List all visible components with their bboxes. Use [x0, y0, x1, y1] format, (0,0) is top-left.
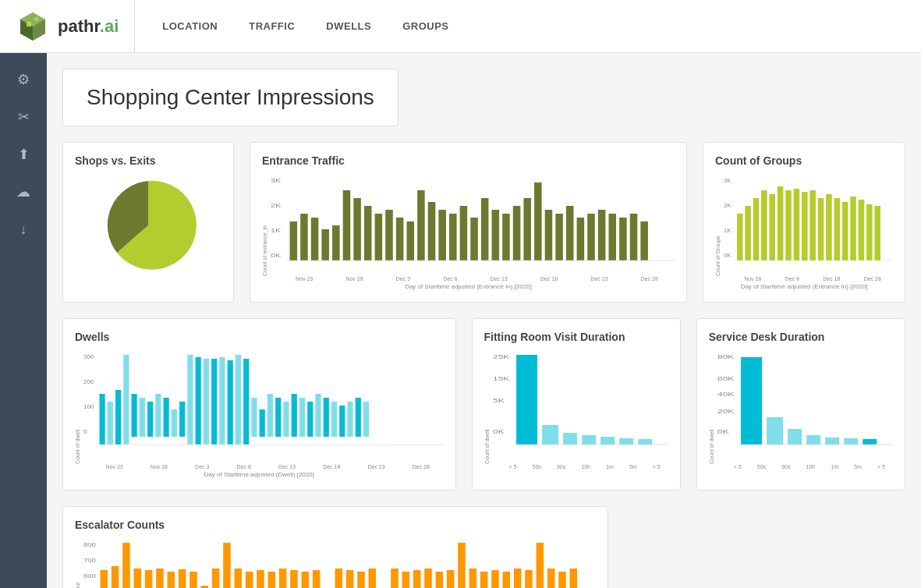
svg-text:3K: 3K	[724, 177, 731, 184]
service-x-ticks: < 550s90s10h1m5m> 5	[726, 464, 893, 469]
svg-rect-65	[866, 204, 873, 260]
entrance-y-label: Count of entrance_in	[262, 175, 267, 276]
logo-area: pathr.ai	[16, 0, 135, 52]
svg-rect-33	[534, 182, 542, 260]
svg-rect-117	[638, 439, 652, 445]
svg-rect-51	[753, 198, 760, 260]
svg-rect-138	[112, 566, 119, 588]
svg-text:1K: 1K	[271, 226, 282, 233]
svg-rect-143	[168, 572, 175, 588]
svg-rect-16	[353, 198, 361, 260]
svg-rect-10	[290, 221, 298, 260]
share-icon[interactable]: ⬆	[12, 143, 34, 165]
svg-rect-79	[155, 394, 161, 437]
svg-rect-42	[630, 214, 638, 260]
svg-rect-155	[302, 572, 310, 588]
fitting-y-label: Count of dwell	[484, 351, 490, 464]
svg-rect-85	[204, 359, 209, 445]
charts-row-2: Dwells Count of dwell 300 200 100 0	[62, 318, 905, 491]
svg-rect-26	[460, 206, 468, 260]
groups-x-label: Day of Starttime adjusted (Entrance In) …	[715, 283, 893, 290]
dashboard-title-box: Shopping Center Impressions	[62, 69, 399, 126]
svg-rect-74	[115, 390, 121, 445]
svg-rect-156	[313, 570, 321, 588]
service-desk-title: Service Desk Duration	[709, 331, 893, 343]
tools-icon[interactable]: ✂	[12, 106, 34, 128]
svg-rect-53	[769, 194, 775, 260]
svg-rect-100	[324, 398, 329, 437]
escalator-chart: 800 700 600 500 0	[83, 539, 596, 588]
svg-text:15K: 15K	[493, 375, 510, 382]
shops-vs-exits-card: Shops vs. Exits	[62, 142, 234, 303]
svg-text:700: 700	[83, 557, 96, 564]
dwells-chart: 300 200 100 0	[83, 351, 444, 456]
svg-rect-139	[122, 543, 130, 588]
svg-rect-173	[503, 572, 511, 588]
escalator-counts-card: Escalator Counts Avg. counts per hour 80…	[62, 506, 608, 588]
svg-rect-150	[246, 572, 253, 588]
svg-rect-34	[545, 210, 553, 260]
svg-rect-149	[235, 569, 243, 588]
svg-rect-171	[480, 572, 488, 588]
nav-dwells[interactable]: DWELLS	[322, 0, 375, 52]
fitting-room-title: Fitting Room Visit Duration	[484, 331, 668, 343]
download-icon[interactable]: ↓	[12, 218, 34, 240]
svg-text:600: 600	[83, 572, 96, 579]
svg-text:300: 300	[83, 353, 94, 360]
svg-rect-96	[292, 394, 297, 437]
svg-text:60K: 60K	[717, 375, 735, 382]
nav-traffic[interactable]: TRAFFIC	[245, 0, 299, 52]
svg-rect-20	[396, 218, 404, 260]
svg-rect-5	[34, 17, 38, 21]
svg-rect-104	[356, 398, 361, 437]
groups-x-ticks: Nov 28 Dec 8 Dec 18 Dec 28	[732, 276, 893, 282]
svg-text:1K: 1K	[724, 227, 731, 234]
svg-rect-12	[311, 218, 319, 260]
svg-rect-177	[547, 569, 555, 588]
shops-vs-exits-title: Shops vs. Exits	[75, 154, 221, 167]
svg-rect-32	[523, 198, 531, 260]
svg-rect-137	[101, 570, 108, 588]
svg-text:100: 100	[83, 403, 94, 410]
count-of-groups-card: Count of Groups Count of Groups 3K 2K 1K…	[703, 142, 905, 303]
count-of-groups-title: Count of Groups	[715, 154, 893, 167]
svg-rect-165	[413, 570, 421, 588]
svg-rect-163	[391, 569, 399, 588]
svg-text:80K: 80K	[717, 353, 735, 360]
svg-rect-154	[290, 570, 298, 588]
service-desk-chart: 80K 60K 40K 20K 0K	[717, 351, 893, 456]
nav-groups[interactable]: GROUPS	[399, 0, 452, 52]
svg-rect-81	[172, 409, 177, 437]
groups-y-label: Count of Groups	[715, 175, 721, 276]
svg-rect-92	[260, 409, 265, 437]
svg-rect-145	[190, 572, 197, 588]
svg-rect-75	[123, 355, 129, 445]
svg-rect-62	[842, 202, 848, 260]
svg-rect-28	[481, 198, 489, 260]
svg-rect-22	[417, 190, 425, 260]
nav-location[interactable]: LOCATION	[158, 0, 221, 52]
svg-rect-50	[745, 206, 751, 260]
main-layout: ⚙ ✂ ⬆ ☁ ↓ Shopping Center Impressions Sh…	[0, 53, 921, 588]
svg-rect-36	[566, 206, 574, 260]
entrance-traffic-card: Entrance Traffic Count of entrance_in 3K…	[250, 142, 687, 303]
svg-rect-152	[268, 572, 276, 588]
pie-chart	[97, 175, 199, 276]
svg-rect-159	[346, 570, 354, 588]
svg-rect-175	[525, 570, 533, 588]
svg-rect-60	[826, 194, 832, 260]
svg-text:0: 0	[83, 428, 87, 435]
entrance-x-ticks: Nov 23 Nov 28 Dec 3 Dec 8 Dec 13 Dec 18 …	[279, 276, 675, 282]
svg-rect-18	[375, 214, 383, 260]
svg-text:0K: 0K	[271, 251, 282, 258]
content-area: Shopping Center Impressions Shops vs. Ex…	[47, 53, 921, 588]
svg-rect-15	[343, 190, 351, 260]
svg-rect-21	[406, 221, 414, 260]
cloud-icon[interactable]: ☁	[12, 181, 34, 203]
svg-rect-98	[307, 402, 313, 437]
svg-rect-142	[156, 569, 164, 588]
svg-rect-130	[863, 439, 877, 445]
svg-rect-37	[577, 218, 585, 260]
settings-icon[interactable]: ⚙	[12, 69, 34, 90]
svg-rect-54	[778, 186, 784, 260]
